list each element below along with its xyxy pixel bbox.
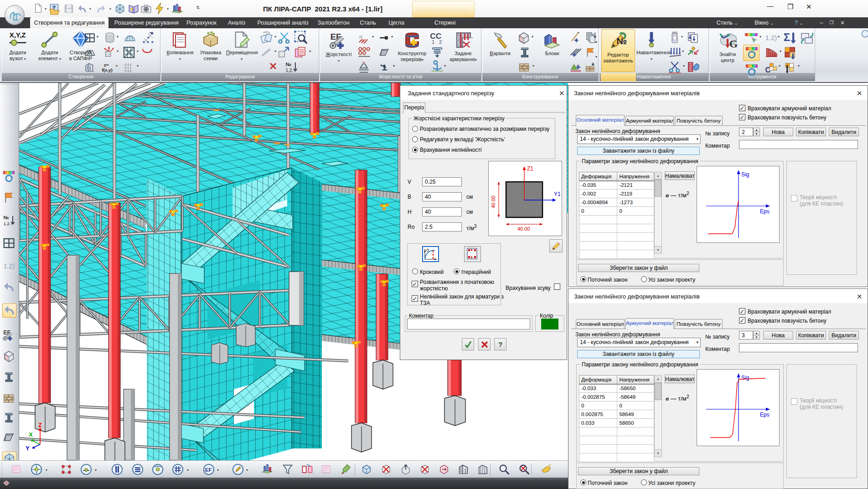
svg-text:Eps: Eps [760, 208, 770, 215]
svg-text:X: X [29, 431, 33, 438]
svg-text:EF: EF [205, 467, 212, 473]
svg-text:1: 1 [432, 39, 434, 45]
svg-text:▾: ▾ [89, 7, 91, 11]
svg-text:▾: ▾ [45, 7, 46, 11]
svg-text:1,2...: 1,2... [3, 221, 13, 226]
svg-text:Sig: Sig [741, 375, 749, 381]
svg-text:2: 2 [439, 39, 442, 45]
svg-text:40.00: 40.00 [517, 226, 530, 232]
svg-text:▾: ▾ [109, 7, 111, 11]
svg-text:Z: Z [38, 422, 42, 428]
svg-text:Y1: Y1 [554, 191, 561, 197]
svg-text:σ: σ [426, 247, 429, 252]
svg-text:▾: ▾ [167, 7, 169, 11]
svg-text:Z1: Z1 [527, 165, 533, 172]
svg-text:G: G [729, 38, 738, 50]
svg-text:1,2...: 1,2... [286, 68, 296, 73]
svg-text:⇅: ⇅ [196, 5, 200, 10]
svg-text:40.00: 40.00 [491, 196, 496, 208]
svg-text:1.2): 1.2) [765, 34, 777, 41]
svg-text:№: № [286, 62, 292, 67]
svg-text:Σ: Σ [784, 31, 790, 43]
svg-text:z=: z= [104, 62, 109, 67]
svg-text:Sig: Sig [741, 171, 749, 178]
svg-text:№: № [3, 215, 9, 220]
svg-text:f(x,y): f(x,y) [102, 67, 113, 72]
svg-text:Y: Y [26, 445, 30, 452]
svg-text:1.2): 1.2) [3, 263, 15, 270]
svg-text:Eps: Eps [760, 412, 770, 418]
svg-text:X,Y,Z: X,Y,Z [10, 31, 26, 39]
